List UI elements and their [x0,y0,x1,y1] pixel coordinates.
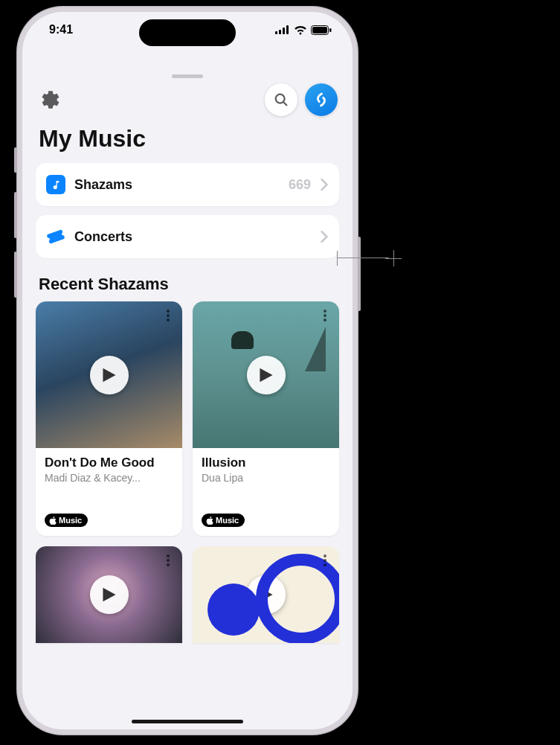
song-card[interactable] [193,546,339,643]
badge-label: Music [216,516,239,525]
list-section: Shazams 669 Concerts [22,163,353,258]
play-icon [102,367,117,383]
shazam-button[interactable] [305,83,338,116]
chevron-right-icon [320,231,329,243]
concerts-row[interactable]: Concerts [36,215,339,258]
apple-music-badge[interactable]: Music [202,514,245,527]
svg-rect-2 [283,28,285,34]
play-icon [259,367,274,383]
search-icon [273,92,289,108]
song-artist: Madi Diaz & Kacey... [45,472,173,484]
sheet-grabber[interactable] [172,74,203,78]
callout-marker [385,250,402,266]
play-button[interactable] [90,575,129,614]
music-note-icon [46,175,65,194]
page-title: My Music [22,116,353,163]
mute-switch [14,147,17,173]
recent-grid: Don't Do Me Good Madi Diaz & Kacey... Mu… [22,301,353,536]
song-card[interactable] [36,546,182,643]
artwork-shape [231,331,254,349]
apple-music-badge[interactable]: Music [45,514,88,527]
svg-rect-1 [279,30,281,34]
recent-grid-row2 [22,546,353,643]
song-card[interactable]: Illusion Dua Lipa Music [193,301,339,536]
shazams-count: 669 [289,177,311,193]
shazam-icon [312,90,331,109]
volume-down [14,252,17,298]
recent-heading: Recent Shazams [22,258,353,301]
play-icon [102,586,117,603]
artwork-shape [305,327,326,371]
svg-rect-3 [286,25,289,34]
more-button[interactable] [160,552,176,569]
ticket-icon [46,227,65,246]
album-art [36,546,182,643]
apple-icon [206,517,213,525]
volume-up [14,192,17,238]
song-artist: Dua Lipa [202,472,330,484]
album-art [193,301,339,448]
phone-frame: 9:41 My Music [16,6,358,735]
badge-label: Music [59,516,82,525]
play-button[interactable] [90,356,129,394]
cellular-icon [275,25,290,34]
svg-line-8 [283,102,286,105]
dynamic-island [139,19,236,46]
status-right [275,25,332,35]
status-time: 9:41 [49,23,73,36]
album-art [193,546,339,643]
svg-rect-0 [275,31,277,34]
header-actions [22,48,353,116]
more-button[interactable] [317,307,333,324]
play-button[interactable] [247,575,286,614]
album-art [36,301,182,448]
gear-icon [40,89,61,110]
battery-icon [311,25,332,35]
song-card[interactable]: Don't Do Me Good Madi Diaz & Kacey... Mu… [36,301,182,536]
svg-rect-5 [312,27,327,33]
screen: 9:41 My Music [22,12,353,729]
song-title: Don't Do Me Good [45,455,173,470]
play-icon [259,586,274,603]
more-button[interactable] [160,307,176,324]
chevron-right-icon [320,179,329,191]
song-title: Illusion [202,455,330,470]
wifi-icon [294,25,307,35]
shazams-label: Shazams [74,177,280,193]
shazams-row[interactable]: Shazams 669 [36,163,339,206]
concerts-label: Concerts [74,229,311,245]
more-button[interactable] [317,552,333,569]
home-indicator[interactable] [132,720,243,723]
apple-icon [49,517,57,525]
search-button[interactable] [265,83,297,116]
play-button[interactable] [247,356,286,394]
svg-rect-6 [329,28,332,32]
settings-button[interactable] [37,86,64,113]
callout-line [337,258,389,258]
power-button [358,237,361,311]
